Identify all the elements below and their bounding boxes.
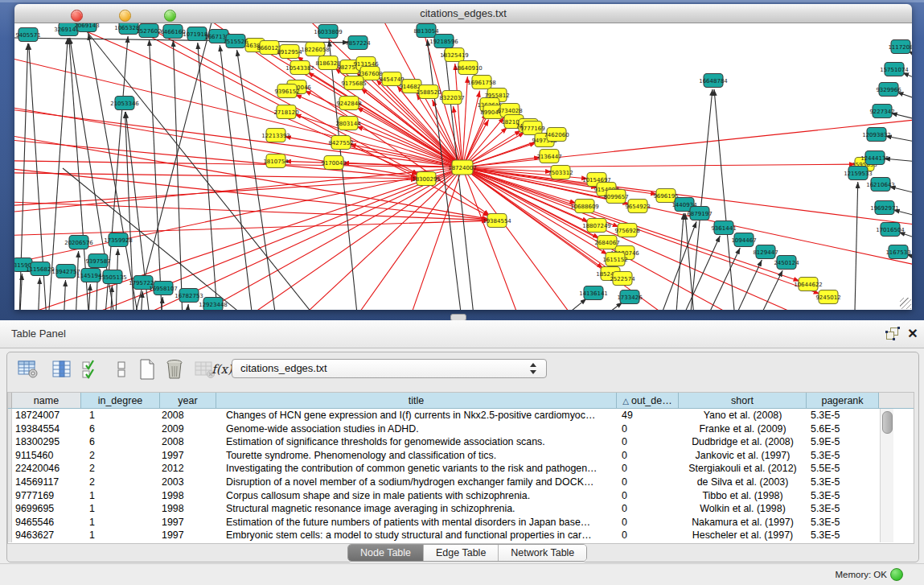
table-cell[interactable]: 5.3E-5	[807, 449, 879, 463]
graph-node[interactable]: 1588520	[416, 85, 441, 99]
column-header-title[interactable]: title	[216, 393, 617, 409]
table-row[interactable]: 1872400712008Changes of HCN gene express…	[8, 409, 879, 422]
table-cell[interactable]: 0	[617, 516, 679, 529]
table-cell[interactable]: 2	[81, 476, 160, 489]
table-cell[interactable]: 1	[81, 529, 160, 542]
graph-hub-node[interactable]: 18724007	[448, 160, 477, 175]
vertical-scrollbar[interactable]	[880, 409, 893, 542]
table-cell[interactable]: 0	[617, 462, 679, 476]
graph-node[interactable]: 9227342	[869, 105, 894, 118]
graph-node[interactable]: 16648784	[699, 74, 728, 88]
column-header-pagerank[interactable]: pagerank	[807, 393, 879, 409]
column-header-name[interactable]: name	[12, 393, 81, 409]
table-cell[interactable]: 1997	[160, 449, 216, 463]
graph-node[interactable]: 2718120	[273, 105, 298, 119]
table-cell[interactable]: 2008	[160, 435, 216, 449]
graph-node[interactable]: 12093832	[862, 128, 891, 142]
table-cell[interactable]: Structural magnetic resonance image aver…	[216, 502, 617, 516]
resize-grip-icon[interactable]	[900, 298, 911, 309]
table-cell[interactable]: Estimation of the future numbers of pati…	[216, 516, 617, 529]
table-cell[interactable]: 5.3E-5	[807, 476, 879, 489]
table-cell[interactable]: 5.6E-5	[807, 422, 879, 436]
graph-node[interactable]: 16782753	[175, 289, 203, 303]
graph-node[interactable]: 16210643	[866, 178, 895, 192]
table-cell[interactable]: 5.3E-5	[807, 502, 879, 516]
table-row[interactable]: 1456911722003Disruption of a novel membe…	[8, 476, 879, 489]
graph-node[interactable]: 7462060	[544, 128, 569, 142]
table-row[interactable]: 946554611997Estimation of the future num…	[8, 516, 879, 529]
table-cell[interactable]: 2	[81, 449, 160, 463]
table-cell[interactable]: 2012	[160, 462, 216, 476]
table-cell[interactable]: 22420046	[12, 462, 81, 476]
table-cell[interactable]: 9777169	[12, 489, 81, 503]
table-cell[interactable]: Dudbridge et al. (2008)	[679, 435, 807, 449]
table-row[interactable]: 1830029562008Estimation of significance …	[8, 435, 879, 449]
graph-node[interactable]: 9242848	[336, 97, 361, 110]
table-cell[interactable]: Estimation of significance thresholds fo…	[216, 435, 617, 449]
graph-node[interactable]: 8099657	[603, 190, 628, 204]
table-cell[interactable]: 14569117	[12, 476, 81, 489]
table-row[interactable]: 969969511998Structural magnetic resonanc…	[8, 502, 879, 516]
table-selector-dropdown[interactable]: citations_edges.txt	[232, 359, 547, 378]
table-cell[interactable]: 0	[617, 476, 679, 489]
table-cell[interactable]: 19384554	[12, 422, 81, 436]
table-cell[interactable]: 9115460	[12, 449, 81, 463]
table-cell[interactable]: 5.3E-5	[807, 516, 879, 529]
memory-status-icon[interactable]	[890, 568, 903, 581]
graph-node[interactable]: 18226058	[301, 43, 330, 56]
column-header-in_degree[interactable]: in_degree	[81, 393, 160, 409]
graph-node[interactable]: 7857224	[345, 36, 371, 50]
table-cell[interactable]: 0	[617, 529, 679, 542]
graph-node[interactable]: 8427552	[328, 136, 353, 150]
select-columns-icon[interactable]	[77, 357, 105, 381]
graph-node[interactable]: 9245012	[815, 290, 840, 304]
table-row[interactable]: 2242004622012Investigating the contribut…	[8, 462, 879, 476]
table-cell[interactable]: 6	[81, 422, 160, 436]
scrollbar-thumb[interactable]	[882, 411, 893, 434]
table-cell[interactable]: 1	[81, 516, 160, 529]
show-column-icon[interactable]	[48, 357, 76, 381]
graph-node[interactable]: 9329966	[876, 83, 901, 97]
graph-node[interactable]: 9654923	[625, 200, 650, 213]
graph-node[interactable]: 2522574	[610, 272, 635, 286]
table-cell[interactable]: 9465546	[12, 516, 81, 529]
graph-node[interactable]: 19692971	[870, 201, 899, 215]
graph-node[interactable]: 2136447	[536, 150, 561, 163]
graph-node[interactable]: 8322037	[439, 91, 464, 105]
graph-node[interactable]: 6879197	[687, 207, 712, 220]
delete-attributes-icon[interactable]	[161, 357, 188, 381]
table-cell[interactable]: 1998	[160, 502, 216, 516]
graph-node[interactable]: 9756928	[614, 224, 639, 237]
table-cell[interactable]: 9699695	[12, 502, 81, 516]
table-cell[interactable]: Franke et al. (2009)	[679, 422, 807, 436]
table-cell[interactable]: 1	[81, 502, 160, 516]
table-cell[interactable]: Nakamura et al. (1997)	[679, 516, 807, 529]
graph-node[interactable]: 17016504	[876, 223, 905, 237]
graph-node[interactable]: 2069143	[74, 23, 99, 32]
table-row[interactable]: 911546021997Tourette syndrome. Phenomeno…	[8, 449, 879, 463]
table-cell[interactable]: Yano et al. (2008)	[679, 409, 807, 422]
new-table-icon[interactable]	[133, 357, 161, 381]
table-cell[interactable]: Wolkin et al. (1998)	[679, 502, 807, 516]
graph-node[interactable]: 7503312	[548, 166, 573, 179]
table-cell[interactable]: 1997	[160, 529, 216, 542]
table-row[interactable]: 946362711997Embryonic stem cells: a mode…	[8, 529, 879, 542]
table-cell[interactable]: 49	[617, 409, 679, 422]
table-cell[interactable]: 0	[617, 502, 679, 516]
table-cell[interactable]: Hescheler et al. (1997)	[679, 529, 807, 542]
graph-node[interactable]: 9396152	[274, 84, 299, 98]
tab-network-table[interactable]: Network Table	[499, 545, 586, 561]
graph-node[interactable]: 1094467	[731, 233, 756, 247]
graph-node[interactable]: 18640910	[454, 61, 483, 75]
table-cell[interactable]: 1997	[160, 516, 216, 529]
graph-node[interactable]: 9170043	[321, 156, 346, 170]
table-cell[interactable]: Tourette syndrome. Phenomenology and cla…	[216, 449, 617, 463]
tab-edge-table[interactable]: Edge Table	[424, 545, 499, 561]
table-settings-icon[interactable]	[14, 357, 42, 381]
close-icon[interactable]: ✕	[906, 325, 920, 343]
graph-node[interactable]: 9397587	[85, 254, 110, 268]
graph-node[interactable]: 10688609	[570, 200, 599, 213]
table-cell[interactable]: Tibbo et al. (1998)	[679, 489, 807, 503]
table-cell[interactable]: Investigating the contribution of common…	[216, 462, 617, 476]
table-cell[interactable]: de Silva et al. (2003)	[679, 476, 807, 489]
